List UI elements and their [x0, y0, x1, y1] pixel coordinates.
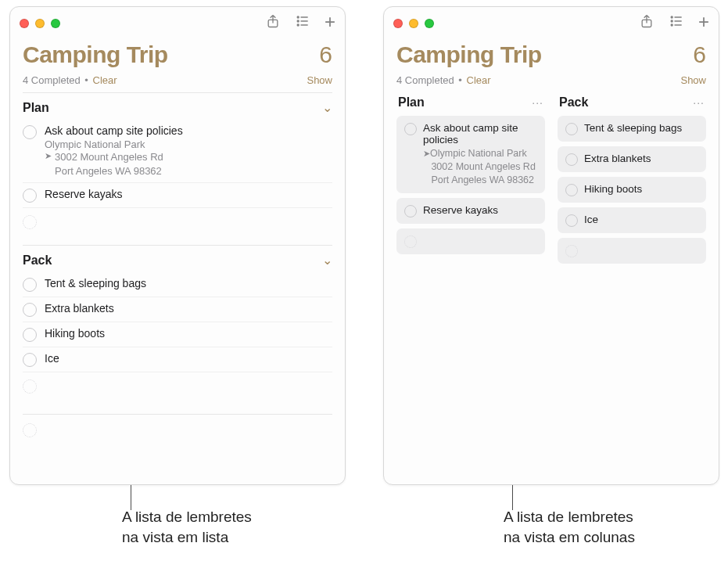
- address-line-2: Port Angeles WA 98362: [55, 165, 162, 177]
- share-icon[interactable]: [265, 13, 281, 32]
- show-link[interactable]: Show: [307, 74, 332, 86]
- list-title: Camping Trip: [396, 41, 542, 68]
- list-icon[interactable]: [295, 13, 310, 32]
- clear-link[interactable]: Clear: [467, 74, 491, 86]
- item-title: Reserve kayaks: [45, 188, 332, 200]
- address-line-1: 3002 Mount Angeles Rd: [55, 151, 163, 163]
- location-icon: ➤: [45, 150, 52, 178]
- svg-point-3: [297, 20, 299, 22]
- new-reminder-placeholder[interactable]: [23, 208, 332, 245]
- card-title: Ask about camp site policies: [423, 122, 537, 146]
- reminder-card[interactable]: Hiking boots: [558, 177, 706, 203]
- reminder-item[interactable]: Tent & sleeping bags: [23, 272, 332, 297]
- new-section-placeholder[interactable]: [23, 415, 332, 453]
- traffic-lights: [20, 17, 60, 28]
- chevron-down-icon[interactable]: ⌄: [322, 100, 332, 115]
- close-button[interactable]: [20, 19, 29, 28]
- section-header-plan[interactable]: Plan ⌄: [23, 92, 332, 120]
- add-item-icon[interactable]: [404, 235, 417, 248]
- item-title: Hiking boots: [45, 327, 332, 340]
- section-header-pack[interactable]: Pack ⌄: [23, 245, 332, 272]
- complete-toggle[interactable]: [565, 123, 578, 135]
- column-plan: Plan ··· Ask about camp site policies ➤O…: [396, 92, 545, 268]
- item-location: ➤ 3002 Mount Angeles Rd Port Angeles WA …: [45, 150, 332, 178]
- reminder-item[interactable]: Reserve kayaks: [23, 183, 332, 208]
- maximize-button[interactable]: [425, 19, 434, 28]
- close-button[interactable]: [393, 19, 403, 28]
- complete-toggle[interactable]: [23, 353, 37, 367]
- item-subtitle: Olympic National Park: [45, 138, 332, 150]
- column-title: Plan: [398, 95, 425, 110]
- traffic-lights: [393, 17, 434, 28]
- caption-line-1: A lista de lembretes: [122, 509, 252, 525]
- column-header: Pack ···: [558, 92, 706, 116]
- new-reminder-placeholder[interactable]: [396, 228, 545, 254]
- titlebar: +: [10, 7, 345, 38]
- item-title: Tent & sleeping bags: [45, 277, 332, 289]
- reminder-item[interactable]: Ask about camp site policies Olympic Nat…: [23, 120, 332, 183]
- item-title: Ask about camp site policies: [45, 124, 332, 137]
- card-title: Reserve kayaks: [423, 204, 537, 216]
- header: Camping Trip 6: [396, 41, 706, 68]
- reminder-item[interactable]: Hiking boots: [23, 322, 332, 347]
- reminder-card[interactable]: Ask about camp site policies ➤Olympic Na…: [396, 116, 545, 193]
- toolbar: +: [265, 13, 335, 33]
- more-icon[interactable]: ···: [693, 96, 705, 109]
- minimize-button[interactable]: [409, 19, 418, 28]
- column-title: Pack: [559, 95, 588, 110]
- share-icon[interactable]: [639, 13, 654, 32]
- complete-toggle[interactable]: [23, 328, 37, 342]
- column-pack: Pack ··· Tent & sleeping bags Extra blan…: [558, 92, 706, 268]
- card-title: Ice: [584, 214, 698, 225]
- complete-toggle[interactable]: [23, 303, 37, 317]
- completed-count: 4 Completed: [396, 74, 454, 86]
- new-reminder-placeholder[interactable]: [23, 372, 332, 409]
- complete-toggle[interactable]: [404, 205, 417, 217]
- clear-link[interactable]: Clear: [93, 74, 117, 86]
- reminders-window-list-view: + Camping Trip 6 4 Completed • Clear Sho…: [9, 6, 346, 485]
- chevron-down-icon[interactable]: ⌄: [322, 253, 332, 268]
- complete-toggle[interactable]: [23, 278, 37, 292]
- reminder-card[interactable]: Tent & sleeping bags: [558, 116, 706, 142]
- reminder-item[interactable]: Extra blankets: [23, 297, 332, 322]
- add-item-icon[interactable]: [565, 245, 578, 257]
- add-button[interactable]: +: [698, 13, 709, 33]
- add-item-icon[interactable]: [23, 215, 37, 229]
- add-item-icon[interactable]: [23, 423, 37, 437]
- card-title: Tent & sleeping bags: [584, 122, 698, 134]
- toolbar: +: [639, 13, 709, 33]
- add-item-icon[interactable]: [23, 379, 37, 394]
- complete-toggle[interactable]: [565, 184, 578, 196]
- reminder-card[interactable]: Extra blankets: [558, 146, 706, 172]
- complete-toggle[interactable]: [23, 189, 37, 203]
- item-body: Reserve kayaks: [45, 188, 332, 200]
- complete-toggle[interactable]: [23, 125, 37, 139]
- complete-toggle[interactable]: [404, 123, 417, 135]
- header: Camping Trip 6: [23, 41, 332, 68]
- caption-list-view: A lista de lembretes na vista em lista: [122, 507, 317, 547]
- caption-line-2: na vista em colunas: [504, 529, 635, 545]
- list-count: 6: [319, 41, 332, 68]
- complete-toggle[interactable]: [565, 214, 578, 227]
- complete-toggle[interactable]: [565, 153, 578, 166]
- completed-text: 4 Completed • Clear: [23, 74, 117, 86]
- reminder-card[interactable]: Reserve kayaks: [396, 198, 545, 224]
- add-button[interactable]: +: [325, 13, 335, 33]
- list-count: 6: [693, 41, 706, 68]
- list-title: Camping Trip: [23, 41, 168, 68]
- svg-point-1: [297, 16, 299, 18]
- list-icon[interactable]: [669, 13, 684, 32]
- item-title: Ice: [45, 352, 332, 365]
- minimize-button[interactable]: [35, 19, 45, 28]
- reminder-item[interactable]: Ice: [23, 347, 332, 372]
- more-icon[interactable]: ···: [532, 96, 543, 109]
- card-body: Ask about camp site policies ➤Olympic Na…: [423, 122, 537, 187]
- content: Camping Trip 6 4 Completed • Clear Show …: [10, 38, 345, 484]
- address-line-1: 3002 Mount Angeles Rd: [431, 161, 535, 172]
- reminder-card[interactable]: Ice: [558, 207, 706, 233]
- new-reminder-placeholder[interactable]: [558, 238, 706, 264]
- subheader: 4 Completed • Clear Show: [23, 74, 332, 86]
- maximize-button[interactable]: [51, 19, 60, 28]
- card-subtitle: Olympic National Park: [430, 148, 527, 159]
- show-link[interactable]: Show: [680, 74, 706, 86]
